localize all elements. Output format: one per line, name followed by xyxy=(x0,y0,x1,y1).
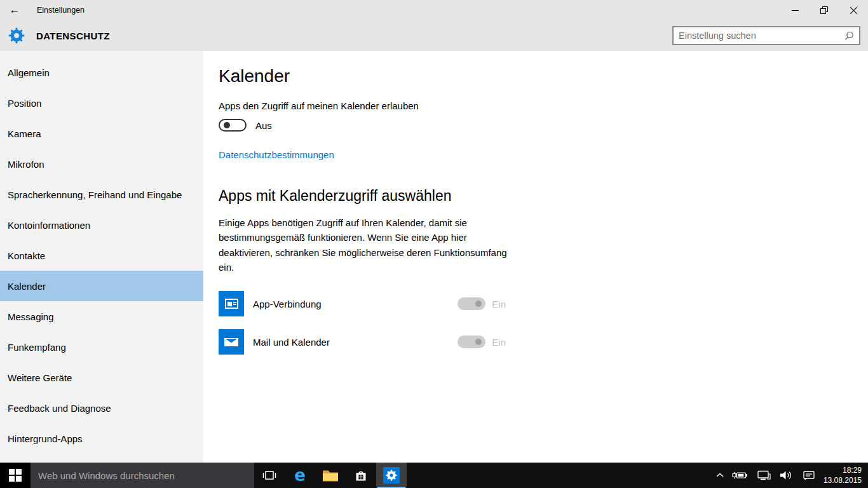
taskbar-search-input[interactable] xyxy=(38,470,247,481)
sidebar-item-kalender[interactable]: Kalender xyxy=(0,271,203,301)
sidebar-item-kontoinformationen[interactable]: Kontoinformationen xyxy=(0,210,203,240)
sidebar-item-label: Messaging xyxy=(8,311,54,322)
window-controls xyxy=(780,0,868,20)
store-icon xyxy=(353,468,369,483)
sidebar-item-label: Kamera xyxy=(8,128,41,139)
taskbar-search-box[interactable] xyxy=(31,463,254,488)
app-toggle-state: Ein xyxy=(492,299,506,309)
app-permission-list: App-Verbindung Ein Mail und Kalender Ein xyxy=(219,291,868,355)
sidebar-item-kamera[interactable]: Kamera xyxy=(0,118,203,149)
privacy-statement-link[interactable]: Datenschutzbestimmungen xyxy=(219,149,334,160)
sidebar-item-label: Position xyxy=(8,98,41,109)
sidebar-item-label: Kontakte xyxy=(8,250,45,261)
folder-icon xyxy=(322,468,339,482)
taskbar: e xyxy=(0,463,868,488)
page-title-header: DATENSCHUTZ xyxy=(36,30,110,41)
taskbar-clock[interactable]: 18:29 13.08.2015 xyxy=(820,465,868,485)
page-title: Kalender xyxy=(219,66,868,86)
sidebar-item-label: Mikrofon xyxy=(8,159,44,170)
mail-calendar-icon xyxy=(219,329,244,355)
app-name: Mail und Kalender xyxy=(253,337,458,348)
app-name: App-Verbindung xyxy=(253,299,458,309)
toggle-knob xyxy=(224,122,230,128)
close-icon xyxy=(850,7,857,14)
system-tray: 18:29 13.08.2015 xyxy=(712,463,868,488)
store-button[interactable] xyxy=(346,463,376,488)
restore-icon xyxy=(820,6,828,14)
settings-content: Kalender Apps den Zugriff auf meinen Kal… xyxy=(203,51,868,463)
sidebar-item-allgemein[interactable]: Allgemein xyxy=(0,57,203,88)
battery-charging-icon xyxy=(732,470,749,480)
sidebar-item-label: Hintergrund-Apps xyxy=(8,433,83,444)
settings-window: ← Einstellungen xyxy=(0,0,868,488)
section-title: Apps mit Kalenderzugriff auswählen xyxy=(219,187,868,205)
settings-app-icon xyxy=(383,467,400,484)
file-explorer-button[interactable] xyxy=(315,463,346,488)
settings-gear-icon xyxy=(8,27,25,44)
battery-tray-button[interactable] xyxy=(728,463,752,488)
app-verbindung-toggle[interactable] xyxy=(458,297,485,310)
back-button[interactable]: ← xyxy=(0,0,29,20)
window-title: Einstellungen xyxy=(37,6,85,15)
sidebar-item-label: Feedback und Diagnose xyxy=(8,403,111,414)
edge-button[interactable]: e xyxy=(285,463,315,488)
tray-expand-button[interactable] xyxy=(712,463,728,488)
section-description: Einige Apps benötigen Zugriff auf Ihren … xyxy=(219,215,508,274)
volume-tray-button[interactable] xyxy=(775,463,798,488)
network-icon xyxy=(756,470,771,480)
titlebar: ← Einstellungen xyxy=(0,0,868,20)
master-toggle-label: Apps den Zugriff auf meinen Kalender erl… xyxy=(219,100,868,111)
sidebar-item-kontakte[interactable]: Kontakte xyxy=(0,240,203,271)
sidebar-item-mikrofon[interactable]: Mikrofon xyxy=(0,149,203,179)
app-row-mail-kalender: Mail und Kalender Ein xyxy=(219,329,506,355)
sidebar-item-funkempfang[interactable]: Funkempfang xyxy=(0,332,203,362)
settings-taskbar-button[interactable] xyxy=(376,463,407,488)
search-icon xyxy=(844,31,854,41)
sidebar-item-label: Funkempfang xyxy=(8,342,66,353)
sidebar-item-position[interactable]: Position xyxy=(0,88,203,118)
task-view-icon xyxy=(261,469,278,482)
start-button[interactable] xyxy=(0,463,31,488)
chevron-up-icon xyxy=(715,472,724,478)
toggle-knob xyxy=(475,301,482,307)
action-center-button[interactable] xyxy=(798,463,820,488)
sidebar-item-label: Kontoinformationen xyxy=(8,220,90,231)
master-toggle-state: Aus xyxy=(255,120,272,131)
close-button[interactable] xyxy=(839,0,868,20)
back-arrow-icon: ← xyxy=(10,4,20,17)
sidebar-item-hintergrund-apps[interactable]: Hintergrund-Apps xyxy=(0,423,203,454)
task-view-button[interactable] xyxy=(254,463,285,488)
edge-icon: e xyxy=(294,467,306,484)
sidebar-item-spracherkennung[interactable]: Spracherkennung, Freihand und Eingabe xyxy=(0,179,203,210)
speaker-icon xyxy=(779,470,794,480)
settings-search-box[interactable] xyxy=(672,26,860,45)
restore-button[interactable] xyxy=(810,0,839,20)
sidebar-item-feedback[interactable]: Feedback und Diagnose xyxy=(0,393,203,423)
app-row-app-verbindung: App-Verbindung Ein xyxy=(219,291,506,316)
page-header: DATENSCHUTZ xyxy=(0,20,868,51)
network-tray-button[interactable] xyxy=(752,463,775,488)
windows-logo-icon xyxy=(9,469,22,482)
calendar-access-toggle[interactable] xyxy=(219,119,247,132)
app-toggle-state: Ein xyxy=(492,337,506,348)
mail-kalender-toggle[interactable] xyxy=(458,336,485,348)
sidebar-item-weitere-geraete[interactable]: Weitere Geräte xyxy=(0,362,203,393)
sidebar-item-label: Kalender xyxy=(8,281,46,292)
toggle-knob xyxy=(475,339,482,345)
clock-date: 13.08.2015 xyxy=(824,475,862,485)
sidebar-item-label: Weitere Geräte xyxy=(8,372,72,383)
minimize-icon xyxy=(792,7,799,14)
sidebar-item-messaging[interactable]: Messaging xyxy=(0,301,203,332)
action-center-icon xyxy=(802,470,816,481)
app-connector-icon xyxy=(219,291,244,316)
sidebar-item-label: Allgemein xyxy=(8,67,50,78)
settings-search-input[interactable] xyxy=(679,30,844,41)
clock-time: 18:29 xyxy=(824,465,862,475)
settings-sidebar: Allgemein Position Kamera Mikrofon Sprac… xyxy=(0,51,203,463)
minimize-button[interactable] xyxy=(780,0,810,20)
sidebar-item-label: Spracherkennung, Freihand und Eingabe xyxy=(8,189,182,200)
